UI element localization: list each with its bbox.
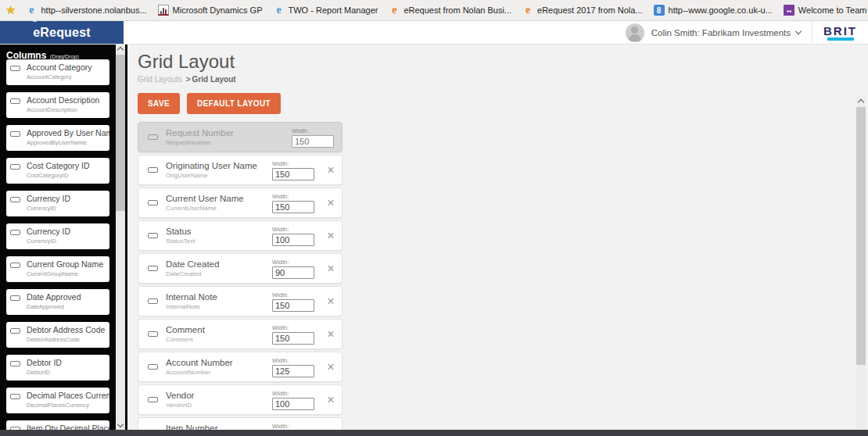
grid-row-text: Date Created DateCreated bbox=[166, 259, 264, 277]
grid-column-row[interactable]: Account Number AccountNumber Width: × bbox=[138, 352, 343, 382]
grid-row-text: Request Number RequestNumber bbox=[166, 128, 284, 146]
column-title: Debtor Address Code bbox=[27, 325, 105, 334]
width-input[interactable] bbox=[272, 332, 314, 345]
width-group: Width: bbox=[272, 193, 316, 213]
user-menu[interactable]: Colin Smith: Fabrikam Investments bbox=[651, 28, 812, 38]
column-title: Currency ID bbox=[27, 194, 70, 203]
available-column-card[interactable]: Debtor ID DebtorID bbox=[6, 355, 109, 381]
sidebar-scrollbar[interactable] bbox=[116, 45, 125, 430]
scroll-down-icon[interactable] bbox=[117, 421, 124, 427]
available-column-card[interactable]: Date Approved DateApproved bbox=[6, 289, 109, 315]
column-card-text: Currency ID CurrencyID bbox=[27, 194, 70, 212]
grid-row-text: Current User Name CurrentUserName bbox=[166, 194, 264, 212]
available-column-card[interactable]: Debtor Address Code DebtorAddressCode bbox=[6, 322, 109, 348]
available-column-card[interactable]: Currency ID CurrencyID bbox=[6, 223, 109, 249]
app-logo[interactable]: eRequest bbox=[0, 21, 124, 44]
drag-handle-icon bbox=[148, 200, 158, 205]
breadcrumb: Grid Layouts>Grid Layout bbox=[138, 75, 868, 84]
grid-column-field-name: VendorID bbox=[166, 402, 264, 409]
bookmark-favicon-icon bbox=[522, 5, 533, 16]
grid-column-row[interactable]: Item Number ItemNumber Width: × bbox=[138, 417, 343, 430]
remove-column-icon[interactable]: × bbox=[326, 263, 335, 275]
width-input[interactable] bbox=[272, 365, 314, 377]
bookmark-favicon-icon bbox=[158, 5, 169, 16]
available-column-card[interactable]: Currency ID CurrencyID bbox=[6, 191, 109, 216]
width-input[interactable] bbox=[272, 201, 314, 213]
drag-handle-icon bbox=[10, 230, 20, 235]
width-input[interactable] bbox=[272, 398, 314, 410]
default-layout-button[interactable]: DEFAULT LAYOUT bbox=[187, 93, 281, 114]
width-input[interactable] bbox=[272, 234, 314, 246]
width-input[interactable] bbox=[272, 299, 314, 312]
width-group: Width: bbox=[272, 226, 316, 246]
grid-column-row[interactable]: Status StatusText Width: × bbox=[138, 220, 343, 251]
drag-handle-icon bbox=[10, 263, 20, 268]
main-scrollbar-thumb[interactable] bbox=[856, 107, 866, 365]
column-field-name: DebtorAddressCode bbox=[27, 336, 105, 343]
column-title: Debtor ID bbox=[27, 358, 62, 367]
grid-column-field-name: OrigUserName bbox=[166, 172, 264, 179]
grid-column-row[interactable]: Vendor VendorID Width: × bbox=[138, 384, 343, 415]
grid-column-title: Comment bbox=[166, 325, 264, 334]
width-input[interactable] bbox=[272, 266, 314, 279]
remove-column-icon[interactable]: × bbox=[326, 295, 335, 308]
width-input[interactable] bbox=[292, 135, 334, 148]
available-column-card[interactable]: Current Group Name CurrentGroupName bbox=[6, 256, 109, 282]
remove-column-icon[interactable]: × bbox=[326, 427, 335, 431]
sidebar-scrollbar-thumb[interactable] bbox=[116, 55, 125, 211]
grid-column-row[interactable]: Request Number RequestNumber Width: bbox=[138, 122, 343, 152]
remove-column-icon[interactable]: × bbox=[326, 197, 335, 209]
bookmark-item[interactable]: Welcome to Team Found... bbox=[778, 3, 868, 17]
columns-panel-header: Columns (Drag/Drop) bbox=[0, 45, 127, 59]
bookmark-label: eRequest from Nolan Busi... bbox=[404, 5, 511, 15]
scroll-up-icon[interactable] bbox=[117, 47, 124, 53]
available-column-card[interactable]: Account Category AccountCategory bbox=[6, 59, 109, 85]
width-label: Width: bbox=[292, 127, 335, 134]
grid-column-field-name: StatusText bbox=[166, 238, 264, 245]
drag-handle-icon bbox=[10, 197, 20, 202]
grid-column-title: Vendor bbox=[166, 391, 264, 400]
width-group: Width: bbox=[272, 390, 316, 410]
grid-column-row[interactable]: Current User Name CurrentUserName Width:… bbox=[138, 188, 343, 218]
remove-column-icon[interactable]: × bbox=[326, 328, 335, 341]
remove-column-icon[interactable]: × bbox=[326, 361, 335, 373]
grid-column-field-name: AccountNumber bbox=[166, 369, 264, 376]
column-title: Date Approved bbox=[27, 292, 81, 302]
bookmark-item[interactable]: eRequest from Nolan Busi... bbox=[383, 3, 517, 17]
bookmark-item[interactable]: TWO - Report Manager bbox=[268, 3, 384, 17]
available-column-card[interactable]: Item Qty Decimal Places bbox=[6, 420, 109, 430]
grid-row-text: Internal Note InternalNote bbox=[166, 292, 264, 310]
favorites-star-icon[interactable]: ★ bbox=[5, 3, 16, 17]
browser-favorites-bar: ★ http--silverstone.nolanbus... Microsof… bbox=[0, 0, 868, 21]
main-scrollbar[interactable] bbox=[856, 97, 866, 430]
bookmark-item[interactable]: Microsoft Dynamics GP bbox=[152, 3, 268, 17]
main-content: Grid Layout Grid Layouts>Grid Layout SAV… bbox=[127, 45, 868, 430]
available-column-card[interactable]: Decimal Places Currency DecimalPlacesCur… bbox=[6, 388, 109, 413]
grid-column-row[interactable]: Originating User Name OrigUserName Width… bbox=[138, 155, 343, 185]
bookmark-item[interactable]: http--www.google.co.uk-u... bbox=[648, 3, 778, 17]
grid-column-title: Account Number bbox=[166, 358, 264, 367]
breadcrumb-separator: > bbox=[186, 75, 191, 84]
breadcrumb-parent-link[interactable]: Grid Layouts bbox=[138, 75, 182, 84]
grid-column-row[interactable]: Comment Comment Width: × bbox=[138, 319, 343, 349]
grid-column-row[interactable]: Internal Note InternalNote Width: × bbox=[138, 286, 343, 316]
drag-handle-icon bbox=[10, 427, 20, 430]
chevron-down-icon bbox=[795, 27, 802, 34]
width-input[interactable] bbox=[272, 168, 314, 180]
column-title: Account Category bbox=[27, 63, 91, 72]
available-column-card[interactable]: Account Description AccountDescription bbox=[6, 92, 109, 118]
bookmark-item[interactable]: eRequest 2017 from Nola... bbox=[517, 3, 648, 17]
scroll-up-icon[interactable] bbox=[858, 99, 864, 105]
bookmark-label: http--silverstone.nolanbus... bbox=[41, 5, 146, 15]
column-title: Cost Category ID bbox=[27, 161, 90, 170]
bookmark-item[interactable]: http--silverstone.nolanbus... bbox=[20, 3, 152, 17]
available-column-card[interactable]: Cost Category ID CostCategoryID bbox=[6, 158, 109, 184]
remove-column-icon[interactable]: × bbox=[326, 394, 335, 406]
header-right: Colin Smith: Fabrikam Investments BRIT bbox=[626, 21, 868, 44]
save-button[interactable]: SAVE bbox=[138, 93, 180, 114]
available-column-card[interactable]: Approved By User Name ApprovedByUserName bbox=[6, 125, 109, 151]
remove-column-icon[interactable]: × bbox=[326, 164, 335, 177]
remove-column-icon[interactable]: × bbox=[326, 230, 335, 242]
grid-layout-rows: Request Number RequestNumber Width: Orig… bbox=[138, 122, 343, 430]
grid-column-row[interactable]: Date Created DateCreated Width: × bbox=[138, 253, 343, 284]
